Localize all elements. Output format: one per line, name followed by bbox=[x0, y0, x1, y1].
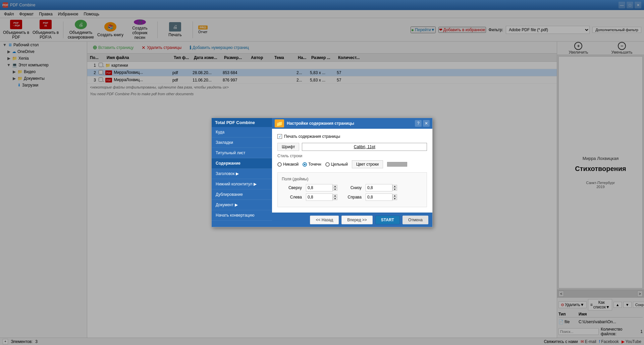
color-swatch bbox=[387, 162, 407, 167]
font-display: Calibri, 11pt bbox=[302, 143, 427, 151]
modal-title: Total PDF Combine bbox=[212, 118, 272, 127]
color-button[interactable]: Цвет строки bbox=[352, 160, 383, 168]
forward-button[interactable]: Вперед >> bbox=[341, 216, 373, 224]
modal-overlay[interactable]: Total PDF Combine Куда Закладки Титульны… bbox=[0, 0, 644, 345]
modal-body: Печать содержания страницы Шрифт Calibri… bbox=[272, 129, 432, 213]
bottom-spin-down[interactable]: ▼ bbox=[392, 188, 397, 191]
top-spin-up[interactable]: ▲ bbox=[333, 185, 337, 188]
right-spin-up[interactable]: ▲ bbox=[392, 194, 397, 197]
right-input[interactable] bbox=[366, 193, 392, 201]
radio-full[interactable]: Цельный bbox=[325, 162, 348, 167]
modal-help-button[interactable]: ? bbox=[415, 120, 422, 127]
radio-none[interactable]: Никакой bbox=[277, 162, 299, 167]
modal-header-buttons: ? ✕ bbox=[415, 120, 430, 127]
start-button[interactable]: START bbox=[375, 216, 400, 224]
modal-nav-bookmarks[interactable]: Закладки bbox=[212, 137, 272, 148]
left-input[interactable] bbox=[306, 193, 333, 201]
style-section: Стиль строки Никакой Точечн Цельный bbox=[277, 154, 427, 168]
field-row-sides: Слева ▲ ▼ Справа ▲ bbox=[282, 193, 423, 201]
modal-sidebar: Total PDF Combine Куда Закладки Титульны… bbox=[212, 118, 272, 227]
radio-row: Никакой Точечн Цельный Цвет строки bbox=[277, 160, 427, 168]
left-input-wrap: ▲ ▼ bbox=[306, 193, 337, 201]
top-spin-down[interactable]: ▼ bbox=[333, 188, 337, 191]
modal-content-area: 📁 Настройки содержания страницы ? ✕ Печа… bbox=[272, 118, 432, 227]
modal-section-title: Настройки содержания страницы bbox=[287, 121, 354, 126]
right-spin: ▲ ▼ bbox=[392, 194, 397, 200]
modal-nav-header[interactable]: Заголовок ▶ bbox=[212, 169, 272, 179]
radio-dotted-label: Точечн bbox=[308, 162, 321, 167]
fields-section: Поля (дюймы) Сверху ▲ ▼ Снизу bbox=[277, 172, 427, 207]
right-spin-down[interactable]: ▼ bbox=[392, 197, 397, 200]
radio-none-circle bbox=[277, 162, 282, 167]
bottom-spin: ▲ ▼ bbox=[392, 185, 397, 191]
print-checkbox-label: Печать содержания страницы bbox=[284, 134, 340, 139]
modal-header: 📁 Настройки содержания страницы ? ✕ bbox=[272, 118, 432, 129]
left-spin-down[interactable]: ▼ bbox=[333, 197, 337, 200]
bottom-spin-up[interactable]: ▲ bbox=[392, 185, 397, 188]
radio-dotted[interactable]: Точечн bbox=[303, 162, 321, 167]
back-button[interactable]: << Назад bbox=[310, 216, 339, 224]
bottom-label: Снизу bbox=[341, 185, 362, 190]
radio-dotted-circle bbox=[303, 162, 307, 167]
modal-nav-contents[interactable]: Содержание bbox=[212, 158, 272, 169]
font-button[interactable]: Шрифт bbox=[277, 143, 299, 151]
modal-dialog: Total PDF Combine Куда Закладки Титульны… bbox=[211, 118, 433, 227]
cancel-button[interactable]: Отмена bbox=[402, 216, 428, 224]
top-input[interactable] bbox=[306, 184, 333, 191]
modal-nav-footer[interactable]: Нижний колонтитул ▶ bbox=[212, 179, 272, 189]
top-label: Сверху bbox=[282, 185, 302, 190]
radio-full-circle bbox=[325, 162, 330, 167]
left-label: Слева bbox=[282, 195, 302, 199]
modal-nav-where[interactable]: Куда bbox=[212, 127, 272, 137]
modal-footer: << Назад Вперед >> START Отмена bbox=[272, 213, 432, 227]
right-input-wrap: ▲ ▼ bbox=[366, 193, 397, 201]
radio-none-label: Никакой bbox=[283, 162, 299, 167]
left-spin-up[interactable]: ▲ bbox=[333, 194, 337, 197]
print-checkbox[interactable] bbox=[277, 134, 282, 139]
modal-nav-title-page[interactable]: Титульный лист bbox=[212, 148, 272, 158]
modal-folder-icon: 📁 bbox=[275, 119, 284, 127]
fields-title: Поля (дюймы) bbox=[282, 177, 423, 181]
print-checkbox-row: Печать содержания страницы bbox=[277, 134, 427, 139]
top-spin: ▲ ▼ bbox=[333, 185, 337, 191]
style-label: Стиль строки bbox=[277, 154, 427, 158]
modal-nav-document[interactable]: Документ ▶ bbox=[212, 200, 272, 210]
modal-nav-start[interactable]: Начать конвертацию bbox=[212, 210, 272, 221]
left-spin: ▲ ▼ bbox=[333, 194, 337, 200]
modal-nav-duplicate[interactable]: Дублирование bbox=[212, 189, 272, 200]
right-label: Справа bbox=[341, 195, 362, 199]
modal-close-button[interactable]: ✕ bbox=[423, 120, 430, 127]
bottom-input-wrap: ▲ ▼ bbox=[366, 184, 397, 191]
font-row: Шрифт Calibri, 11pt bbox=[277, 143, 427, 151]
top-input-wrap: ▲ ▼ bbox=[306, 184, 337, 191]
field-row-top: Сверху ▲ ▼ Снизу ▲ bbox=[282, 184, 423, 191]
bottom-input[interactable] bbox=[366, 184, 392, 191]
radio-full-label: Цельный bbox=[331, 162, 348, 167]
modal-header-title: 📁 Настройки содержания страницы bbox=[275, 119, 354, 127]
